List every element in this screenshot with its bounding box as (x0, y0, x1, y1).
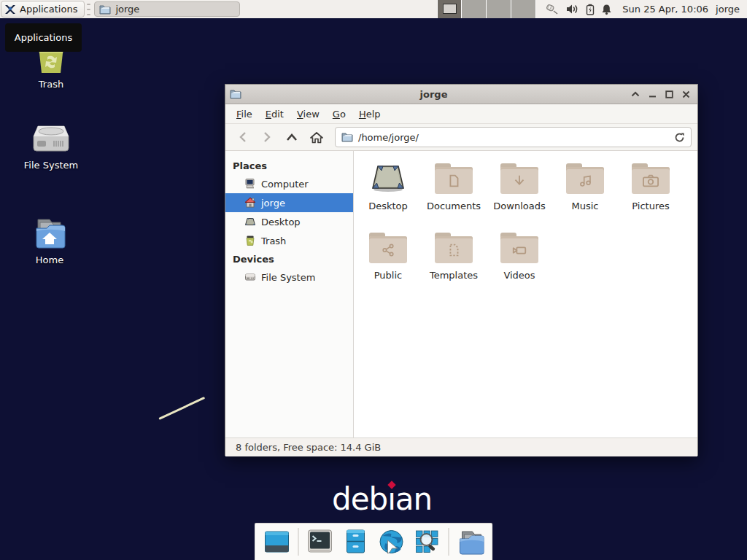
application-finder-launcher[interactable] (413, 527, 442, 556)
downloads-folder-icon (500, 163, 538, 194)
desktop-icon-filesystem[interactable]: File System (11, 122, 91, 171)
sidebar-header-places: Places (225, 157, 353, 174)
notification-bell-icon[interactable] (601, 4, 612, 15)
close-icon (682, 90, 690, 98)
file-item-label: Downloads (493, 201, 545, 211)
menu-file[interactable]: File (230, 106, 259, 122)
sidebar-item-desktop[interactable]: Desktop (225, 212, 353, 231)
back-button[interactable] (231, 127, 253, 147)
workspace-1[interactable] (437, 0, 462, 18)
forward-icon (263, 131, 271, 143)
file-item-downloads[interactable]: Downloads (487, 160, 552, 225)
file-item-templates[interactable]: Templates (421, 230, 487, 294)
web-browser-icon (379, 529, 405, 555)
pictures-folder-icon (632, 163, 670, 194)
desktop-icon (244, 216, 256, 228)
menu-help[interactable]: Help (352, 106, 387, 122)
top-panel: Applications jorge (0, 0, 747, 18)
tooltip-text: Applications (15, 32, 72, 43)
menu-view[interactable]: View (290, 106, 326, 122)
shade-button[interactable] (628, 87, 643, 101)
file-item-label: Pictures (632, 201, 669, 211)
window-body: Places Computer jorge (225, 151, 697, 438)
file-item-label: Templates (430, 270, 478, 281)
tasklist-grip-handle[interactable] (87, 4, 92, 15)
location-bar[interactable]: /home/jorge/ (335, 127, 692, 147)
home-button[interactable] (306, 127, 328, 147)
window-titlebar[interactable]: jorge (225, 85, 697, 104)
terminal-launcher[interactable] (306, 527, 335, 556)
file-cabinet-icon (344, 529, 368, 555)
applications-menu-button[interactable]: Applications (1, 1, 85, 18)
location-path[interactable]: /home/jorge/ (358, 132, 669, 143)
sidebar-item-label: Desktop (261, 217, 301, 228)
computer-icon (244, 178, 256, 190)
file-item-pictures[interactable]: Pictures (618, 160, 684, 225)
shade-icon (631, 91, 640, 97)
up-button[interactable] (281, 127, 303, 147)
file-item-label: Desktop (368, 201, 408, 211)
desktop-icon-home[interactable]: Home (9, 217, 90, 265)
input-device-icon[interactable] (545, 4, 560, 15)
window-statusbar: 8 folders, Free space: 14.4 GiB (225, 438, 697, 456)
drive-icon (32, 122, 70, 155)
up-icon (286, 133, 298, 141)
folder-icon (341, 132, 353, 142)
file-item-public[interactable]: Public (355, 230, 421, 294)
sidebar-header-devices: Devices (225, 250, 353, 268)
taskbar-window-button[interactable]: jorge (94, 1, 240, 17)
desktop-icon-label: Home (36, 254, 63, 265)
workspace-4[interactable] (511, 0, 536, 18)
desktop-folder-icon (369, 160, 407, 194)
public-folder-icon (369, 233, 407, 263)
sidebar-item-label: jorge (261, 198, 285, 209)
menu-edit[interactable]: Edit (259, 106, 290, 122)
sidebar-item-computer[interactable]: Computer (225, 174, 353, 193)
web-browser-launcher[interactable] (377, 527, 406, 556)
battery-icon[interactable] (586, 4, 595, 15)
sidebar-item-filesystem[interactable]: File System (225, 268, 353, 287)
drive-icon (244, 271, 256, 283)
show-desktop-button[interactable] (263, 527, 292, 556)
templates-folder-icon (435, 233, 473, 263)
dock-separator (298, 528, 299, 556)
maximize-icon (665, 90, 673, 98)
menu-go[interactable]: Go (326, 106, 352, 122)
desktop-icon-label: Trash (39, 79, 63, 90)
sidebar-item-jorge[interactable]: jorge (225, 193, 353, 212)
file-manager-launcher[interactable] (341, 527, 371, 556)
file-item-desktop[interactable]: Desktop (355, 160, 421, 225)
file-item-music[interactable]: Music (552, 160, 618, 225)
directory-menu-launcher[interactable] (456, 527, 485, 556)
workspace-2[interactable] (462, 0, 487, 18)
file-item-documents[interactable]: Documents (421, 160, 487, 225)
applications-tooltip: Applications (5, 23, 82, 52)
file-item-videos[interactable]: Videos (487, 230, 552, 294)
file-view[interactable]: Desktop Documents Downloads (354, 151, 697, 438)
user-home-icon (244, 197, 256, 209)
debian-wallpaper-logo: debıan (332, 481, 432, 517)
forward-button[interactable] (256, 127, 278, 147)
system-tray (545, 4, 612, 15)
reload-icon[interactable] (674, 132, 685, 143)
folder-icon (99, 4, 111, 15)
taskbar-window-label: jorge (115, 4, 139, 15)
close-button[interactable] (678, 87, 693, 101)
directory-folder-icon (457, 529, 484, 555)
sidebar-item-label: File System (261, 272, 315, 283)
panel-username: jorge (716, 4, 740, 15)
workspace-3[interactable] (487, 0, 511, 18)
sidebar: Places Computer jorge (225, 151, 354, 438)
back-icon (239, 131, 247, 143)
trash-icon (244, 235, 256, 246)
minimize-button[interactable] (645, 87, 659, 101)
volume-icon[interactable] (566, 4, 579, 15)
file-item-label: Public (374, 270, 402, 281)
sidebar-item-trash[interactable]: Trash (225, 231, 353, 250)
maximize-button[interactable] (662, 87, 676, 101)
desktop-icon-label: File System (24, 160, 78, 171)
file-item-label: Videos (503, 270, 535, 281)
panel-clock[interactable]: Sun 25 Apr, 10:06 (622, 4, 708, 15)
terminal-icon (307, 529, 333, 554)
music-folder-icon (566, 163, 604, 194)
